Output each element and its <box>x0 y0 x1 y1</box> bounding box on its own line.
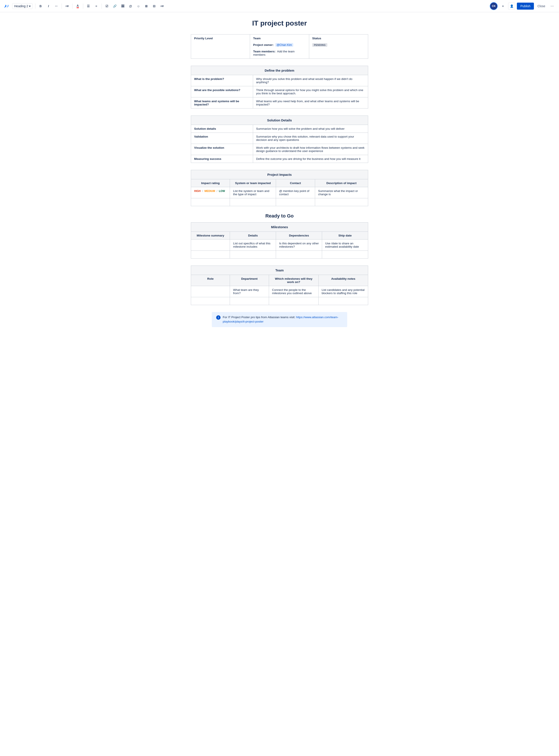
divider-1 <box>35 3 36 9</box>
priority-cell: Priority Level <box>191 35 250 59</box>
info-text: For IT Project Poster pro tips from Atla… <box>223 315 343 324</box>
column-button[interactable]: ⊟ <box>151 3 158 9</box>
text-color-button[interactable]: A <box>74 3 81 9</box>
table-row: Impact rating System or team impacted Co… <box>191 179 368 187</box>
solution-desc-4: Define the outcome you are driving for t… <box>253 155 368 163</box>
plus-collaborator-icon: + <box>502 4 504 8</box>
priority-table: Priority Level Team Project owner: @Chan… <box>191 34 368 59</box>
table-row: Team <box>191 266 368 275</box>
team-availability-cell: List candidates and any potential blocke… <box>318 286 368 297</box>
problem-label-1: What is the problem? <box>191 75 253 86</box>
divider-5 <box>102 3 102 9</box>
mention-button[interactable]: @ <box>127 3 134 9</box>
divider-4 <box>83 3 83 9</box>
milestones-col2: Details <box>230 232 276 240</box>
table-row: What are the possible solutions? Think t… <box>191 86 368 97</box>
solution-desc-1: Summarize how you will solve the problem… <box>253 125 368 133</box>
solution-desc-3: Work with your architects to draft how i… <box>253 144 368 155</box>
milestone-ship-cell: Use /date to share an estimated availabi… <box>322 240 368 251</box>
bullet-list-button[interactable]: ☰ <box>85 3 92 9</box>
milestones-table: Milestones Milestone summary Details Dep… <box>191 222 368 259</box>
table-row: Milestones <box>191 223 368 232</box>
table-row: Priority Level Team Project owner: @Chan… <box>191 35 368 59</box>
milestones-header: Milestones <box>191 223 368 232</box>
impact-contact-cell: @ mention key point of contact <box>276 187 315 198</box>
table-button[interactable]: ⊞ <box>143 3 150 9</box>
impact-medium-label: MEDIUM <box>204 190 215 193</box>
table-row: Validation Summarize why you chose this … <box>191 133 368 144</box>
bullet-list-icon: ☰ <box>87 4 90 8</box>
members-label: Team members: Add the team members <box>253 50 295 56</box>
insert-more-button[interactable]: +▾ <box>158 3 165 9</box>
link-button[interactable]: 🔗 <box>111 3 118 9</box>
team-milestones-cell: Connect the people to the milestones you… <box>269 286 318 297</box>
team-col3: Which milestones will they work on? <box>269 275 318 286</box>
link-icon: 🔗 <box>113 4 117 8</box>
info-icon: i <box>216 315 221 320</box>
avatar[interactable]: CK <box>490 2 498 10</box>
team-col2: Department <box>230 275 269 286</box>
impacts-col2: System or team impacted <box>230 179 276 187</box>
media-button[interactable]: 🖼 <box>119 3 126 9</box>
profile-button[interactable]: 👤 <box>508 3 515 9</box>
align-button[interactable]: ≡▾ <box>64 3 70 9</box>
table-row: Milestone summary Details Dependencies S… <box>191 232 368 240</box>
table-row: HIGH / MEDIUM / LOW List the system or t… <box>191 187 368 198</box>
milestone-summary-cell <box>191 240 230 251</box>
close-button[interactable]: Close <box>536 3 547 9</box>
impact-system-cell: List the system or team and the type of … <box>230 187 276 198</box>
heading-select[interactable]: Heading 2 ▾ <box>12 3 32 9</box>
table-row: What is the problem? Why should you solv… <box>191 75 368 86</box>
divider-2 <box>62 3 62 9</box>
problem-header: Define the problem <box>191 66 368 75</box>
task-button[interactable]: ☑ <box>104 3 111 9</box>
profile-icon: 👤 <box>510 4 514 8</box>
numbered-list-button[interactable]: ≡ <box>93 3 100 9</box>
toolbar: Heading 2 ▾ B I ··· ≡▾ A ☰ ≡ ☑ 🔗 🖼 @ ☺ <box>0 0 559 12</box>
overflow-menu-button[interactable]: ··· <box>549 3 556 9</box>
problem-label-2: What are the possible solutions? <box>191 86 253 97</box>
team-role-cell <box>191 286 230 297</box>
table-row: What team are they from? Connect the peo… <box>191 286 368 297</box>
bold-button[interactable]: B <box>37 3 44 9</box>
milestones-col4: Ship date <box>322 232 368 240</box>
emoji-icon: ☺ <box>137 4 140 8</box>
content-area: IT project poster Priority Level Team Pr… <box>186 12 373 344</box>
milestones-col1: Milestone summary <box>191 232 230 240</box>
publish-button[interactable]: Publish <box>517 3 534 9</box>
table-row <box>191 198 368 206</box>
italic-button[interactable]: I <box>45 3 52 9</box>
table-row: Role Department Which milestones will th… <box>191 275 368 286</box>
table-row: Solution details Summarize how you will … <box>191 125 368 133</box>
plus-icon: +▾ <box>160 4 163 8</box>
logo <box>3 3 9 9</box>
team-col1: Role <box>191 275 230 286</box>
status-badge: PENDING <box>312 43 328 47</box>
solution-label-4: Measuring success <box>191 155 253 163</box>
emoji-button[interactable]: ☺ <box>135 3 142 9</box>
table-row <box>191 297 368 305</box>
problem-desc-1: Why should you solve this problem and wh… <box>253 75 368 86</box>
info-banner: i For IT Project Poster pro tips from At… <box>212 312 347 327</box>
more-format-button[interactable]: ··· <box>53 3 60 9</box>
task-icon: ☑ <box>106 4 108 8</box>
problem-desc-2: Think through several options for how yo… <box>253 86 368 97</box>
solution-table: Solution Details Solution details Summar… <box>191 115 368 163</box>
problem-table: Define the problem What is the problem? … <box>191 66 368 109</box>
add-collaborator-button[interactable]: + <box>499 3 506 9</box>
ellipsis-icon: ··· <box>551 4 554 8</box>
table-row: List out specifics of what this mileston… <box>191 240 368 251</box>
mention-icon: @ <box>129 4 132 8</box>
impacts-col3: Contact <box>276 179 315 187</box>
solution-header: Solution Details <box>191 116 368 125</box>
table-row: Solution Details <box>191 116 368 125</box>
impacts-table: Project Impacts Impact rating System or … <box>191 170 368 206</box>
numbered-list-icon: ≡ <box>95 4 97 8</box>
page-title: IT project poster <box>191 19 368 27</box>
solution-label-3: Visualize the solution <box>191 144 253 155</box>
table-row: What teams and systems will be impacted?… <box>191 97 368 109</box>
mention-chan-kim[interactable]: @Chan Kim <box>275 43 293 47</box>
team-header: Team <box>191 266 368 275</box>
status-cell: Status PENDING <box>309 35 368 59</box>
toolbar-right: CK + 👤 Publish Close ··· <box>490 2 556 10</box>
